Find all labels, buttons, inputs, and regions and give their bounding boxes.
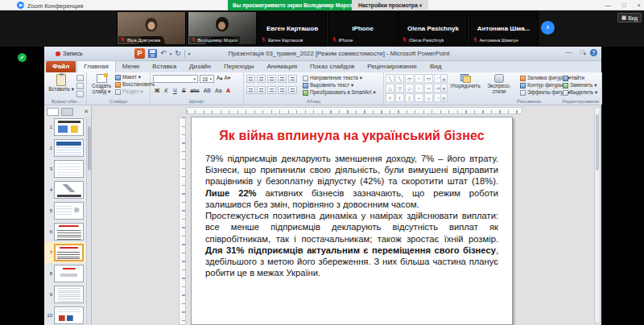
slide-thumbnail-4[interactable]: 4 <box>44 179 86 200</box>
panel-scrollbar[interactable] <box>86 117 91 325</box>
slide-thumbnail-10[interactable]: 10 <box>44 305 86 325</box>
view-button[interactable]: ▦Вид <box>617 13 642 23</box>
shape-icon[interactable]: ) <box>405 93 414 102</box>
shape-icon[interactable]: ▭ <box>405 74 414 83</box>
shape-icon[interactable]: ▭ <box>424 74 433 83</box>
participant-tile[interactable]: Olena PasichnykOlena Pasichnyk <box>398 11 468 45</box>
slide-body-text[interactable]: 79% підприємців декларують зменшення дох… <box>205 153 498 278</box>
participant-tile[interactable]: Віра Драгунова <box>117 11 186 45</box>
shape-icon[interactable]: ╲ <box>386 74 394 83</box>
font-button-Аа[interactable]: Аа <box>213 86 224 94</box>
tab-Вид[interactable]: Вид <box>423 61 448 72</box>
font-size-combo[interactable]: 16▾ <box>200 75 214 83</box>
participant-tile[interactable]: Володимир Мороз <box>188 11 257 45</box>
justify-button[interactable] <box>278 86 287 94</box>
select-button[interactable]: Выделить ▾ <box>563 89 597 96</box>
tab-Дизайн[interactable]: Дизайн <box>183 61 217 72</box>
tab-Анимация[interactable]: Анимация <box>261 61 304 72</box>
arrange-button[interactable]: Упорядочить <box>451 74 480 89</box>
tab-Файл[interactable]: Файл <box>46 61 76 72</box>
slide-thumbnail-8[interactable]: 8 <box>44 263 86 284</box>
close-button[interactable]: × <box>638 0 641 10</box>
slide-title[interactable]: Як війна вплинула на український бізнес <box>192 129 512 143</box>
shape-icon[interactable]: ☆ <box>386 93 394 102</box>
find-button[interactable]: Найти <box>563 75 597 81</box>
tab-Показ слайдов[interactable]: Показ слайдов <box>303 61 361 72</box>
shape-icon[interactable]: ◇ <box>405 84 414 93</box>
font-button-abc[interactable]: abc <box>188 86 200 94</box>
font-button-АВ[interactable]: АВ <box>202 86 213 94</box>
font-button-А[interactable]: А <box>225 86 233 94</box>
align-center-button[interactable] <box>257 86 266 94</box>
new-slide-button[interactable]: Создать слайд ▾ <box>88 74 115 94</box>
text-direction-button[interactable]: Направление текста ▾ <box>303 75 376 81</box>
slide-canvas[interactable]: Як війна вплинула на український бізнес … <box>191 117 513 325</box>
participant-tile[interactable]: iPhoneiPhone <box>328 11 398 45</box>
align-right-button[interactable] <box>267 86 276 94</box>
font-button-К[interactable]: К <box>162 86 170 94</box>
help-icon[interactable]: ? <box>590 49 597 56</box>
shape-icon[interactable]: △ <box>386 84 394 93</box>
shapes-more-button[interactable]: ≡ <box>440 93 448 102</box>
smartart-button[interactable]: Преобразовать в SmartArt ▾ <box>303 89 376 96</box>
font-button-Ж[interactable]: Ж <box>153 86 161 94</box>
ribbon-collapse-icon[interactable]: ▴ <box>584 50 586 56</box>
tab-Меню[interactable]: Меню <box>116 61 147 72</box>
section-button[interactable]: Раздел ▾ <box>115 88 155 95</box>
shape-icon[interactable]: ~ <box>415 93 423 102</box>
slide-thumbnail-3[interactable]: 3 <box>44 158 86 179</box>
font-name-combo[interactable]: ▾ <box>153 75 198 83</box>
shape-icon[interactable]: ╲ <box>395 74 404 83</box>
shape-icon[interactable]: ( <box>395 93 404 102</box>
participant-tile[interactable]: Евген КарташовЕвген Карташов <box>258 11 327 45</box>
quick-styles-button[interactable]: Экспресс-стили <box>481 74 517 94</box>
numbering-button[interactable] <box>257 75 266 83</box>
minimize-button[interactable]: — <box>605 0 612 10</box>
font-button-Ч[interactable]: Ч <box>171 86 179 94</box>
slide-thumbnail-9[interactable]: 9 <box>44 284 86 305</box>
save-button[interactable] <box>148 49 157 58</box>
tab-outline[interactable] <box>61 108 73 116</box>
powerpoint-app-icon[interactable]: P <box>134 48 145 59</box>
align-text-button[interactable]: Выровнять текст ▾ <box>303 82 376 88</box>
tab-Переходы[interactable]: Переходы <box>217 61 261 72</box>
tab-slides[interactable] <box>47 108 59 116</box>
decrease-indent-button[interactable] <box>267 75 276 83</box>
slide-thumbnail-7[interactable]: 7 <box>44 242 86 263</box>
shape-icon[interactable]: ⇨ <box>424 84 433 93</box>
tab-Вставка[interactable]: Вставка <box>146 61 183 72</box>
shapes-scroll-up[interactable]: ▴ <box>440 74 448 83</box>
paste-button[interactable]: Вставить ▾ <box>47 74 75 93</box>
next-participants-button[interactable]: › <box>541 21 555 35</box>
shape-icon[interactable]: ○ <box>415 74 423 83</box>
pp-minimize-button[interactable]: — <box>566 48 572 56</box>
slide-thumbnail-5[interactable]: 5 <box>44 200 86 221</box>
slide-thumbnail-2[interactable]: 2 <box>44 138 86 158</box>
bullets-button[interactable] <box>246 75 255 83</box>
grow-font-button[interactable]: A▴ <box>217 75 223 81</box>
shrink-font-button[interactable]: A▾ <box>225 75 231 81</box>
reset-button[interactable]: Восстановить <box>115 81 155 88</box>
shapes-scroll-down[interactable]: ▾ <box>440 84 448 93</box>
view-settings-dropdown[interactable]: Настройки просмотра ▾ <box>352 0 428 10</box>
format-painter-button[interactable] <box>76 91 84 97</box>
shape-icon[interactable]: ▽ <box>395 84 404 93</box>
replace-button[interactable]: Заменить ▾ <box>563 82 597 88</box>
line-spacing-button[interactable] <box>288 75 297 83</box>
tab-Главная[interactable]: Главная <box>76 60 115 72</box>
participant-tile[interactable]: Антонина Шма...Антонина Шмагун <box>469 11 539 45</box>
increase-indent-button[interactable] <box>278 75 287 83</box>
layout-button[interactable]: Макет ▾ <box>115 74 155 80</box>
panel-close-icon[interactable]: ✕ <box>84 108 89 116</box>
tab-Рецензирование[interactable]: Рецензирование <box>361 61 423 72</box>
shape-icon[interactable]: ◇ <box>424 93 433 102</box>
cut-button[interactable] <box>76 75 84 81</box>
align-left-button[interactable] <box>246 86 255 94</box>
copy-button[interactable] <box>76 83 84 89</box>
shape-icon[interactable]: ○ <box>415 84 423 93</box>
maximize-button[interactable]: □ <box>622 0 626 10</box>
columns-button[interactable] <box>288 86 297 94</box>
slide-thumbnail-6[interactable]: 6 <box>44 221 86 242</box>
slide-thumbnail-1[interactable]: 1 <box>44 117 86 138</box>
font-button-S[interactable]: S <box>180 86 188 94</box>
